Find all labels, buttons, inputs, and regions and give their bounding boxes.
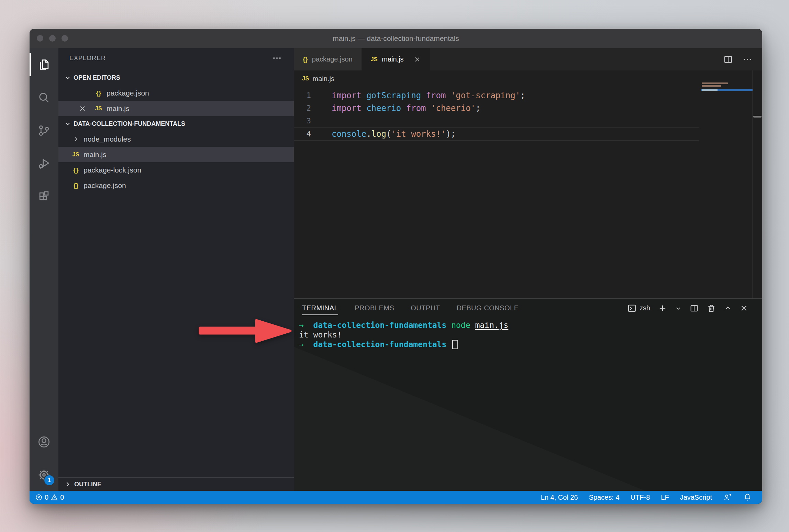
json-icon: {} bbox=[303, 56, 308, 63]
settings-badge: 1 bbox=[44, 475, 55, 486]
sidebar-item-explorer[interactable] bbox=[30, 48, 58, 81]
code-editor[interactable]: 1import gotScraping from 'got-scraping';… bbox=[294, 89, 699, 141]
open-editor-main-js[interactable]: JS main.js bbox=[58, 101, 294, 116]
minimap-line-mark bbox=[702, 82, 728, 84]
close-window-button[interactable] bbox=[37, 35, 43, 42]
minimap-line-mark bbox=[702, 85, 721, 87]
errors-icon bbox=[35, 494, 43, 501]
chevron-down-icon[interactable] bbox=[675, 305, 682, 312]
tab-output[interactable]: OUTPUT bbox=[411, 299, 440, 318]
minimap-current-line bbox=[701, 89, 753, 91]
close-panel-icon[interactable] bbox=[740, 304, 748, 313]
terminal-line[interactable]: → data-collection-fundamentals node main… bbox=[299, 320, 755, 330]
sidebar-item-run-debug[interactable] bbox=[30, 147, 58, 180]
window-title: main.js — data-collection-fundamentals bbox=[333, 34, 459, 43]
activity-bar-spacer bbox=[30, 213, 58, 425]
tab-problems[interactable]: PROBLEMS bbox=[355, 299, 394, 318]
encoding[interactable]: UTF-8 bbox=[631, 494, 650, 501]
warnings-icon bbox=[51, 494, 58, 501]
problems-status[interactable]: 0 0 bbox=[35, 494, 64, 501]
editor-more-actions-icon[interactable] bbox=[742, 54, 753, 65]
run-debug-icon bbox=[37, 157, 51, 170]
cursor-position[interactable]: Ln 4, Col 26 bbox=[541, 494, 578, 501]
new-terminal-icon[interactable] bbox=[658, 303, 667, 313]
editor[interactable]: JS main.js 1import gotScraping from 'got… bbox=[294, 70, 762, 298]
zoom-window-button[interactable] bbox=[62, 35, 68, 42]
activity-bar: 1 bbox=[30, 48, 58, 491]
js-icon: JS bbox=[70, 152, 82, 158]
notifications-bell-icon[interactable] bbox=[743, 493, 752, 502]
tree-item-main-js[interactable]: JS main.js bbox=[58, 147, 294, 162]
panel: TERMINAL PROBLEMS OUTPUT DEBUG CONSOLE z… bbox=[294, 298, 762, 491]
terminal-line[interactable]: → data-collection-fundamentals bbox=[299, 340, 755, 349]
explorer-title: EXPLORER bbox=[69, 55, 106, 62]
close-tab-icon[interactable] bbox=[413, 56, 421, 63]
split-editor-icon[interactable] bbox=[723, 54, 733, 65]
title-bar: main.js — data-collection-fundamentals bbox=[30, 29, 762, 48]
settings-button[interactable]: 1 bbox=[30, 459, 58, 491]
tab-main-js[interactable]: JS main.js bbox=[362, 48, 430, 70]
kill-terminal-trash-icon[interactable] bbox=[707, 303, 716, 313]
editor-group: {} package.json JS main.js bbox=[294, 48, 762, 491]
js-icon: JS bbox=[302, 76, 309, 82]
chevron-right-icon bbox=[64, 480, 71, 488]
chevron-down-icon bbox=[64, 74, 71, 81]
js-icon: JS bbox=[371, 56, 378, 63]
editor-scrollbar[interactable] bbox=[753, 116, 762, 118]
files-icon bbox=[37, 58, 51, 71]
vscode-window: main.js — data-collection-fundamentals bbox=[30, 29, 762, 504]
desktop: main.js — data-collection-fundamentals bbox=[0, 0, 789, 532]
account-icon bbox=[37, 435, 51, 449]
tree-item-package-lock-json[interactable]: {} package-lock.json bbox=[58, 162, 294, 178]
tab-package-json[interactable]: {} package.json bbox=[294, 48, 362, 70]
shell-selector[interactable]: zsh bbox=[627, 303, 650, 313]
terminal-icon bbox=[627, 303, 637, 313]
folder-section-header[interactable]: DATA-COLLECTION-FUNDAMENTALS bbox=[58, 116, 294, 131]
extensions-icon bbox=[37, 190, 51, 203]
source-control-icon bbox=[37, 124, 51, 137]
js-icon: JS bbox=[93, 106, 104, 112]
tree-item-package-json[interactable]: {} package.json bbox=[58, 178, 294, 193]
code-line[interactable]: 3 bbox=[294, 114, 699, 127]
breadcrumb[interactable]: JS main.js bbox=[294, 70, 334, 87]
feedback-icon[interactable] bbox=[723, 493, 732, 502]
code-line[interactable]: 1import gotScraping from 'got-scraping'; bbox=[294, 89, 699, 102]
code-line[interactable]: 2import cheerio from 'cheerio'; bbox=[294, 102, 699, 114]
terminal-line[interactable]: it works! bbox=[299, 330, 755, 340]
explorer-sidebar: EXPLORER OPEN EDITORS {} package.json bbox=[58, 48, 294, 491]
language-mode[interactable]: JavaScript bbox=[680, 494, 712, 501]
tree-item-node-modules[interactable]: node_modules bbox=[58, 131, 294, 147]
sidebar-item-search[interactable] bbox=[30, 81, 58, 114]
chevron-right-icon bbox=[72, 135, 80, 143]
open-editor-package-json[interactable]: {} package.json bbox=[58, 85, 294, 101]
terminal-cursor bbox=[452, 340, 458, 349]
code-line[interactable]: 4console.log('it works!'); bbox=[294, 127, 699, 141]
tab-terminal[interactable]: TERMINAL bbox=[302, 299, 338, 318]
account-button[interactable] bbox=[30, 425, 58, 459]
tab-bar: {} package.json JS main.js bbox=[294, 48, 762, 70]
indentation[interactable]: Spaces: 4 bbox=[589, 494, 620, 501]
minimap[interactable] bbox=[701, 70, 753, 298]
eol-sequence[interactable]: LF bbox=[661, 494, 669, 501]
panel-header: TERMINAL PROBLEMS OUTPUT DEBUG CONSOLE z… bbox=[294, 299, 762, 318]
status-bar: 0 0 Ln 4, Col 26 Spaces: 4 UTF-8 LF Java… bbox=[30, 491, 762, 504]
sidebar-item-extensions[interactable] bbox=[30, 180, 58, 213]
errors-count: 0 bbox=[45, 494, 48, 501]
workbench: 1 EXPLORER OPEN EDITORS {} bbox=[30, 48, 762, 491]
tab-debug-console[interactable]: DEBUG CONSOLE bbox=[457, 299, 519, 318]
search-icon bbox=[37, 91, 51, 104]
json-icon: {} bbox=[70, 182, 82, 189]
window-controls bbox=[37, 35, 68, 42]
chevron-down-icon bbox=[64, 120, 71, 128]
explorer-more-actions-icon[interactable] bbox=[272, 53, 282, 63]
minimize-window-button[interactable] bbox=[49, 35, 56, 42]
open-editors-header[interactable]: OPEN EDITORS bbox=[58, 70, 294, 85]
json-icon: {} bbox=[93, 89, 104, 97]
close-editor-icon[interactable] bbox=[78, 104, 87, 113]
terminal-output[interactable]: → data-collection-fundamentals node main… bbox=[299, 320, 755, 349]
sidebar-item-source-control[interactable] bbox=[30, 114, 58, 147]
outline-section-header[interactable]: OUTLINE bbox=[58, 477, 294, 491]
split-terminal-icon[interactable] bbox=[689, 303, 699, 313]
json-icon: {} bbox=[70, 166, 82, 174]
maximize-panel-chevron-up-icon[interactable] bbox=[724, 304, 732, 312]
